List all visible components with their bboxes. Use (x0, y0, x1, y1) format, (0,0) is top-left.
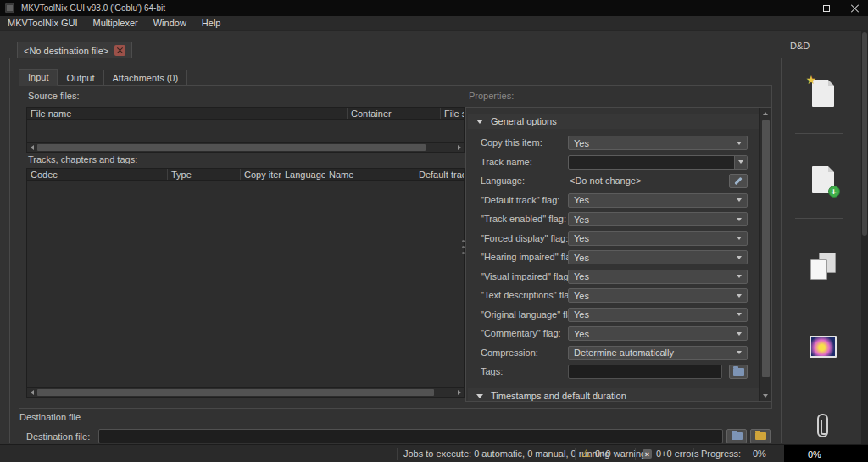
status-bar: Jobs to execute: 0 automatic, 0 manual, … (0, 444, 868, 462)
chevron-down-icon (737, 332, 742, 336)
property-dropdown[interactable]: Yes (568, 326, 748, 341)
scrollbar-track[interactable] (36, 388, 454, 397)
column-name[interactable]: Name (326, 169, 415, 180)
dnd-copy-files-item[interactable] (784, 253, 861, 280)
column-copy-item[interactable]: Copy item (241, 169, 281, 180)
properties-panel: General options Copy this item: Yes Yes … (465, 107, 771, 402)
scroll-right-button[interactable] (454, 143, 464, 152)
property-dropdown[interactable]: Yes (568, 212, 748, 226)
property-dropdown[interactable]: Yes (568, 136, 748, 150)
column-file-name[interactable]: File name (27, 108, 348, 119)
source-files-list[interactable] (26, 120, 465, 142)
column-container[interactable]: Container (348, 108, 441, 119)
progress-value: 0% (753, 448, 766, 459)
dnd-attachment-item[interactable] (784, 414, 861, 437)
source-files-label: Source files: (28, 91, 80, 101)
column-default-track[interactable]: Default track (415, 169, 464, 180)
menu-window[interactable]: Window (146, 16, 194, 31)
property-label: Copy this item: (481, 137, 542, 148)
property-row: Copy this item: Yes Yes Yes (468, 135, 760, 152)
properties-vscrollbar[interactable] (760, 108, 771, 401)
divider (693, 448, 694, 460)
scrollbar-track[interactable] (36, 143, 454, 152)
menu-mkvtoolnix-gui[interactable]: MKVToolNix GUI (0, 16, 86, 31)
scrollbar-thumb[interactable] (862, 32, 867, 236)
chevron-down-icon (737, 313, 742, 316)
scroll-left-button[interactable] (27, 388, 36, 397)
dropdown-value: Determine automatically (574, 348, 737, 358)
source-files-hscrollbar[interactable] (26, 142, 465, 153)
property-control (568, 365, 748, 379)
menu-multiplexer[interactable]: Multiplexer (86, 16, 146, 31)
destination-file-input[interactable] (98, 429, 723, 443)
tracks-list[interactable] (26, 181, 465, 387)
section-timestamps[interactable]: Timestamps and default duration (468, 388, 760, 402)
scrollbar-thumb[interactable] (37, 389, 434, 396)
property-label: "Forced display" flag: (481, 233, 568, 243)
close-button[interactable] (840, 0, 868, 16)
error-icon: × (643, 449, 652, 459)
combobox-dropdown-button[interactable] (734, 156, 747, 169)
dnd-add-file-item[interactable]: + (784, 166, 861, 193)
scrollbar-thumb[interactable] (762, 120, 770, 377)
property-row: Track name: (468, 154, 760, 171)
destination-file-label: Destination file: (26, 431, 90, 442)
property-control: Yes Yes Yes (568, 231, 748, 246)
property-control (568, 155, 748, 170)
tab-label: <No destination file> (24, 46, 108, 56)
scroll-up-button[interactable] (760, 108, 771, 119)
dnd-image-item[interactable] (784, 336, 861, 358)
scroll-left-button[interactable] (27, 143, 36, 152)
scrollbar-thumb[interactable] (37, 144, 426, 151)
tab-attachments[interactable]: Attachments (0) (103, 70, 188, 86)
close-icon (850, 4, 859, 13)
minimize-icon (794, 8, 802, 8)
property-dropdown[interactable]: Yes (568, 288, 748, 303)
property-control: Yes Yes Yes (568, 326, 748, 341)
column-codec[interactable]: Codec (27, 169, 168, 180)
property-dropdown[interactable]: Yes (568, 308, 748, 322)
dnd-label: D&D (790, 41, 810, 51)
property-combobox[interactable] (568, 155, 748, 170)
column-file-size[interactable]: File si (441, 108, 464, 119)
language-value: <Do not change> (570, 175, 641, 186)
section-general-options[interactable]: General options (468, 114, 760, 129)
copy-files-icon (810, 253, 836, 280)
dnd-new-file-item[interactable]: ★ (784, 80, 861, 107)
edit-language-button[interactable] (729, 174, 748, 188)
tags-input[interactable] (568, 365, 722, 379)
tab-input-label: Input (28, 72, 48, 82)
folder-icon (732, 432, 743, 440)
tracks-header: Codec Type Copy item Language Name Defau… (26, 168, 465, 181)
property-dropdown[interactable]: Yes (568, 231, 748, 246)
window-scrollbar[interactable] (861, 31, 868, 444)
property-label: "Text descriptions" flag: (481, 290, 577, 300)
browse-tags-button[interactable] (729, 365, 748, 379)
arrow-up-icon (763, 112, 768, 115)
arrow-left-icon (31, 390, 34, 395)
column-language[interactable]: Language (281, 169, 326, 180)
property-label: "Visual impaired" flag: (481, 271, 571, 281)
scroll-down-button[interactable] (760, 390, 771, 401)
property-control: Yes Yes Yes (568, 136, 748, 150)
close-tab-button[interactable] (114, 45, 125, 56)
tab-output[interactable]: Output (57, 70, 103, 86)
column-type[interactable]: Type (168, 169, 241, 180)
scroll-right-button[interactable] (454, 388, 464, 397)
maximize-button[interactable] (812, 0, 840, 16)
minimize-button[interactable] (784, 0, 812, 16)
destination-options-button[interactable] (750, 429, 771, 443)
tab-input[interactable]: Input (19, 69, 58, 86)
menu-help[interactable]: Help (194, 16, 229, 31)
property-row: Tags: (468, 364, 760, 381)
property-dropdown[interactable]: Yes (568, 250, 748, 264)
browse-destination-button[interactable] (726, 429, 747, 443)
tracks-hscrollbar[interactable] (26, 387, 465, 398)
property-dropdown[interactable]: Determine automatically (568, 346, 748, 360)
tracks-label: Tracks, chapters and tags: (28, 154, 137, 164)
tab-no-destination-file[interactable]: <No destination file> (17, 42, 132, 58)
property-control: <Do not change> <Do not change> <Do not … (568, 174, 748, 188)
property-dropdown[interactable]: Yes (568, 270, 748, 284)
menu-bar: MKVToolNix GUI Multiplexer Window Help (0, 16, 868, 31)
property-dropdown[interactable]: Yes (568, 193, 748, 208)
